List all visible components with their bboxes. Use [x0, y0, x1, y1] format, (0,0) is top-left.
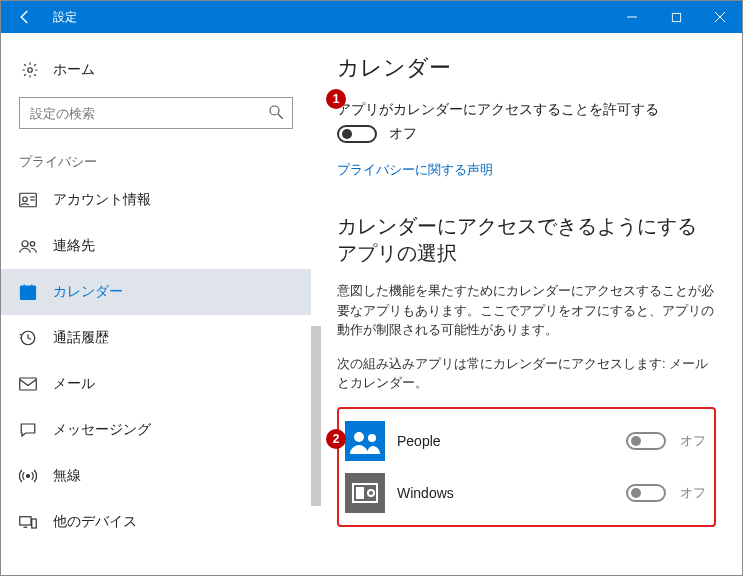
- sidebar-item-mail[interactable]: メール: [1, 361, 311, 407]
- svg-rect-1: [672, 13, 680, 21]
- window-title: 設定: [49, 9, 77, 26]
- annotation-badge-1: 1: [326, 89, 346, 109]
- people-app-icon: [345, 421, 385, 461]
- sidebar-item-label: アカウント情報: [53, 191, 151, 209]
- svg-point-19: [27, 475, 30, 478]
- builtin-apps-note: 次の組み込みアプリは常にカレンダーにアクセスします: メールとカレンダー。: [337, 354, 716, 393]
- windows-app-icon: [345, 473, 385, 513]
- radio-icon: [19, 467, 37, 485]
- sidebar-item-label: 連絡先: [53, 237, 95, 255]
- app-row-windows: Windows オフ: [345, 467, 706, 519]
- svg-point-12: [30, 242, 35, 247]
- sidebar-item-label: 通話履歴: [53, 329, 109, 347]
- sidebar-item-label: 無線: [53, 467, 81, 485]
- app-name: People: [397, 433, 614, 449]
- sidebar-item-other-devices[interactable]: 他のデバイス: [1, 499, 311, 545]
- sidebar-item-account-info[interactable]: アカウント情報: [1, 177, 311, 223]
- annotation-badge-2: 2: [326, 429, 346, 449]
- sidebar-item-calendar[interactable]: カレンダー: [1, 269, 311, 315]
- sidebar: ホーム プライバシー アカウント情報 連絡先 カレンダー 通話履歴 メール: [1, 33, 311, 575]
- svg-point-24: [354, 432, 364, 442]
- svg-point-4: [28, 68, 33, 73]
- sidebar-item-label: メール: [53, 375, 95, 393]
- devices-icon: [19, 514, 37, 530]
- search-input[interactable]: [19, 97, 293, 129]
- main-pane: カレンダー アプリがカレンダーにアクセスすることを許可する オフ プライバシーに…: [311, 33, 742, 575]
- calendar-icon: [19, 283, 37, 301]
- svg-rect-26: [345, 473, 385, 513]
- sidebar-item-label: メッセージング: [53, 421, 151, 439]
- permission-label: アプリがカレンダーにアクセスすることを許可する: [337, 101, 716, 119]
- sidebar-group-label: プライバシー: [1, 139, 311, 177]
- app-row-people: People オフ: [345, 415, 706, 467]
- back-button[interactable]: [1, 1, 49, 33]
- app-name: Windows: [397, 485, 614, 501]
- svg-rect-28: [356, 487, 364, 499]
- app-toggle-state: オフ: [678, 484, 706, 502]
- sidebar-item-call-history[interactable]: 通話履歴: [1, 315, 311, 361]
- permission-toggle-state: オフ: [389, 125, 417, 143]
- minimize-button[interactable]: [610, 1, 654, 33]
- section-heading: カレンダーにアクセスできるようにするアプリの選択: [337, 213, 716, 267]
- sidebar-home[interactable]: ホーム: [1, 51, 311, 89]
- svg-rect-20: [20, 517, 31, 525]
- contact-card-icon: [19, 192, 37, 208]
- maximize-button[interactable]: [654, 1, 698, 33]
- sidebar-item-label: カレンダー: [53, 283, 123, 301]
- history-icon: [19, 329, 37, 347]
- search-icon: [267, 103, 285, 121]
- app-toggle-state: オフ: [678, 432, 706, 450]
- sidebar-item-label: 他のデバイス: [53, 513, 137, 531]
- permission-toggle[interactable]: [337, 125, 377, 143]
- close-button[interactable]: [698, 1, 742, 33]
- svg-point-5: [270, 106, 279, 115]
- svg-point-11: [22, 241, 28, 247]
- svg-point-25: [368, 434, 376, 442]
- app-toggle[interactable]: [626, 484, 666, 502]
- page-heading: カレンダー: [337, 53, 716, 83]
- svg-rect-22: [32, 519, 37, 528]
- people-icon: [19, 238, 37, 254]
- gear-icon: [21, 61, 39, 79]
- svg-line-6: [278, 114, 283, 119]
- sidebar-item-contacts[interactable]: 連絡先: [1, 223, 311, 269]
- chat-icon: [19, 421, 37, 439]
- svg-point-8: [23, 197, 28, 202]
- sidebar-item-messaging[interactable]: メッセージング: [1, 407, 311, 453]
- app-toggle[interactable]: [626, 432, 666, 450]
- svg-rect-23: [345, 421, 385, 461]
- svg-rect-18: [20, 378, 37, 390]
- section-description: 意図した機能を果たすためにカレンダーにアクセスすることが必要なアプリもあります。…: [337, 281, 716, 340]
- mail-icon: [19, 377, 37, 391]
- svg-rect-13: [21, 286, 36, 300]
- sidebar-home-label: ホーム: [53, 61, 95, 79]
- sidebar-item-radios[interactable]: 無線: [1, 453, 311, 499]
- app-list-annotation-box: People オフ Windows オフ: [337, 407, 716, 527]
- window-titlebar: 設定: [1, 1, 742, 33]
- privacy-statement-link[interactable]: プライバシーに関する声明: [337, 161, 493, 179]
